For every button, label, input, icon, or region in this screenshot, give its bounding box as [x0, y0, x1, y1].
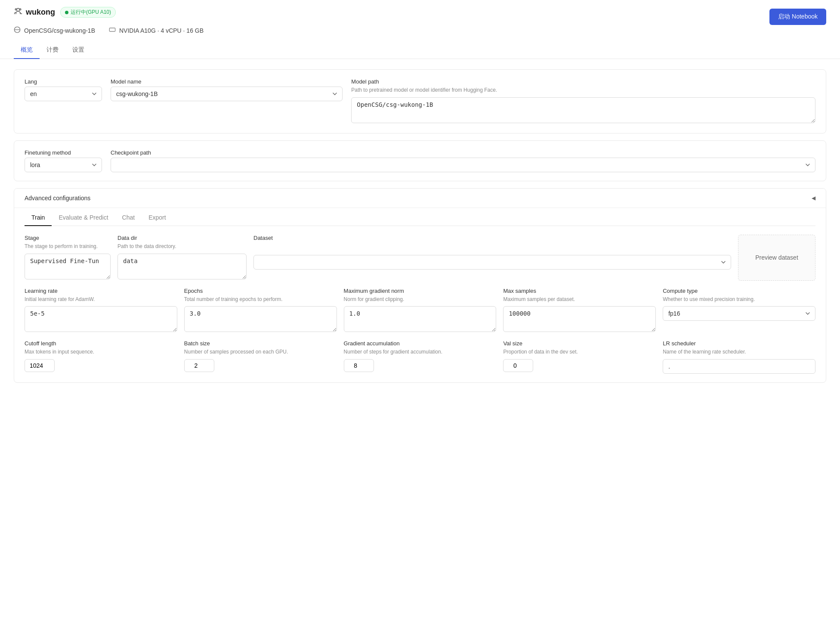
- cutoff-length-col: Cutoff length Max tokens in input sequen…: [25, 340, 177, 374]
- model-name-label: Model name: [111, 78, 343, 85]
- val-size-col: Val size Proportion of data in the dev s…: [503, 340, 656, 374]
- advanced-header[interactable]: Advanced configurations ◀: [14, 189, 826, 208]
- model-icon: [14, 26, 21, 35]
- basic-config-card: Lang en Model name csg-wukong-1B Model p…: [14, 69, 826, 133]
- grad-accum-col: Gradient accumulation Number of steps fo…: [344, 340, 497, 374]
- start-notebook-button[interactable]: 启动 Notebook: [769, 9, 826, 25]
- cutoff-length-input[interactable]: [25, 359, 55, 372]
- compute-type-desc: Whether to use mixed precision training.: [663, 296, 815, 303]
- finetuning-method-field: Finetuning method lora: [25, 149, 102, 172]
- preview-dataset-button[interactable]: Preview dataset: [738, 235, 815, 281]
- model-path-field: Model path Path to pretrained model or m…: [351, 78, 815, 124]
- svg-rect-4: [109, 28, 115, 31]
- val-size-label: Val size: [503, 340, 656, 347]
- epochs-col: Epochs Total number of training epochs t…: [184, 288, 337, 334]
- val-size-input[interactable]: [503, 359, 533, 372]
- svg-point-0: [17, 8, 20, 11]
- preview-col: Preview dataset: [738, 235, 815, 281]
- stage-desc: The stage to perform in training.: [25, 243, 111, 250]
- cutoff-length-label: Cutoff length: [25, 340, 177, 347]
- advanced-section: Advanced configurations ◀ Train Evaluate…: [14, 188, 826, 383]
- grad-accum-input[interactable]: [344, 359, 374, 372]
- model-name-field: Model name csg-wukong-1B: [111, 78, 343, 124]
- grad-accum-desc: Number of steps for gradient accumulatio…: [344, 348, 497, 356]
- svg-point-2: [19, 9, 21, 10]
- main-nav: 概览 计费 设置: [14, 42, 826, 59]
- inner-tab-group: Train Evaluate & Predict Chat Export: [25, 208, 815, 226]
- epochs-label: Epochs: [184, 288, 337, 294]
- hardware-meta: NVIDIA A10G · 4 vCPU · 16 GB: [109, 26, 204, 35]
- max-grad-norm-input[interactable]: 1.0: [344, 306, 497, 332]
- epochs-desc: Total number of training epochs to perfo…: [184, 296, 337, 303]
- learning-rate-input[interactable]: 5e-5: [25, 306, 177, 332]
- app-name: wukong: [14, 7, 55, 18]
- lang-label: Lang: [25, 78, 102, 85]
- svg-point-1: [15, 9, 16, 10]
- epochs-input[interactable]: 3.0: [184, 306, 337, 332]
- max-samples-col: Max samples Maximum samples per dataset.…: [503, 288, 656, 334]
- chevron-icon: ◀: [812, 195, 815, 201]
- tab-billing[interactable]: 计费: [40, 42, 65, 59]
- stage-col: Stage The stage to perform in training. …: [25, 235, 111, 281]
- checkpoint-path-select[interactable]: [111, 158, 815, 172]
- grad-accum-label: Gradient accumulation: [344, 340, 497, 347]
- max-samples-desc: Maximum samples per dataset.: [503, 296, 656, 303]
- stage-input[interactable]: Supervised Fine-Tun: [25, 254, 111, 279]
- lr-scheduler-input[interactable]: [663, 359, 815, 374]
- learning-rate-col: Learning rate Initial learning rate for …: [25, 288, 177, 334]
- batch-size-label: Batch size: [184, 340, 337, 347]
- dataset-col: Dataset: [253, 235, 731, 281]
- tab-overview[interactable]: 概览: [14, 42, 40, 59]
- data-dir-col: Data dir Path to the data directory. dat…: [117, 235, 247, 281]
- model-path-label: Model path: [351, 78, 815, 85]
- advanced-content: Train Evaluate & Predict Chat Export Sta…: [14, 208, 826, 382]
- finetuning-method-select[interactable]: lora: [25, 158, 102, 172]
- hardware-icon: [109, 26, 116, 35]
- checkpoint-path-label: Checkpoint path: [111, 149, 815, 156]
- max-samples-input[interactable]: 100000: [503, 306, 656, 332]
- params-grid: Learning rate Initial learning rate for …: [25, 288, 815, 334]
- lr-scheduler-label: LR scheduler: [663, 340, 815, 347]
- bottom-grid: Cutoff length Max tokens in input sequen…: [25, 340, 815, 374]
- max-samples-label: Max samples: [503, 288, 656, 294]
- train-grid-top: Stage The stage to perform in training. …: [25, 235, 815, 281]
- dataset-label: Dataset: [253, 235, 731, 241]
- tab-settings[interactable]: 设置: [65, 42, 91, 59]
- data-dir-label: Data dir: [117, 235, 247, 241]
- advanced-title: Advanced configurations: [25, 195, 90, 202]
- status-badge: 运行中(GPU A10): [60, 7, 116, 18]
- finetuning-method-label: Finetuning method: [25, 149, 102, 156]
- val-size-desc: Proportion of data in the dev set.: [503, 348, 656, 356]
- inner-tab-export[interactable]: Export: [142, 210, 173, 226]
- lang-field: Lang en: [25, 78, 102, 124]
- cutoff-length-desc: Max tokens in input sequence.: [25, 348, 177, 356]
- lr-scheduler-col: LR scheduler Name of the learning rate s…: [663, 340, 815, 374]
- finetuning-card: Finetuning method lora Checkpoint path: [14, 140, 826, 181]
- data-dir-input[interactable]: data: [117, 254, 247, 279]
- inner-tab-evaluate[interactable]: Evaluate & Predict: [52, 210, 115, 226]
- lr-scheduler-desc: Name of the learning rate scheduler.: [663, 348, 815, 356]
- status-dot: [65, 11, 68, 14]
- compute-type-select[interactable]: fp16: [663, 306, 815, 321]
- dataset-select[interactable]: [253, 255, 731, 270]
- model-path-input[interactable]: OpenCSG/csg-wukong-1B: [351, 97, 815, 123]
- model-path-meta: OpenCSG/csg-wukong-1B: [14, 26, 95, 35]
- app-icon: [14, 7, 22, 18]
- data-dir-desc: Path to the data directory.: [117, 243, 247, 250]
- lang-select[interactable]: en: [25, 87, 102, 101]
- compute-type-col: Compute type Whether to use mixed precis…: [663, 288, 815, 334]
- stage-label: Stage: [25, 235, 111, 241]
- compute-type-label: Compute type: [663, 288, 815, 294]
- learning-rate-desc: Initial learning rate for AdamW.: [25, 296, 177, 303]
- learning-rate-label: Learning rate: [25, 288, 177, 294]
- model-name-select[interactable]: csg-wukong-1B: [111, 87, 343, 101]
- max-grad-norm-desc: Norm for gradient clipping.: [344, 296, 497, 303]
- model-path-desc: Path to pretrained model or model identi…: [351, 87, 815, 94]
- inner-tab-chat[interactable]: Chat: [115, 210, 142, 226]
- batch-size-input[interactable]: [184, 359, 214, 372]
- max-grad-norm-label: Maximum gradient norm: [344, 288, 497, 294]
- max-grad-norm-col: Maximum gradient norm Norm for gradient …: [344, 288, 497, 334]
- batch-size-col: Batch size Number of samples processed o…: [184, 340, 337, 374]
- batch-size-desc: Number of samples processed on each GPU.: [184, 348, 337, 356]
- inner-tab-train[interactable]: Train: [25, 210, 52, 226]
